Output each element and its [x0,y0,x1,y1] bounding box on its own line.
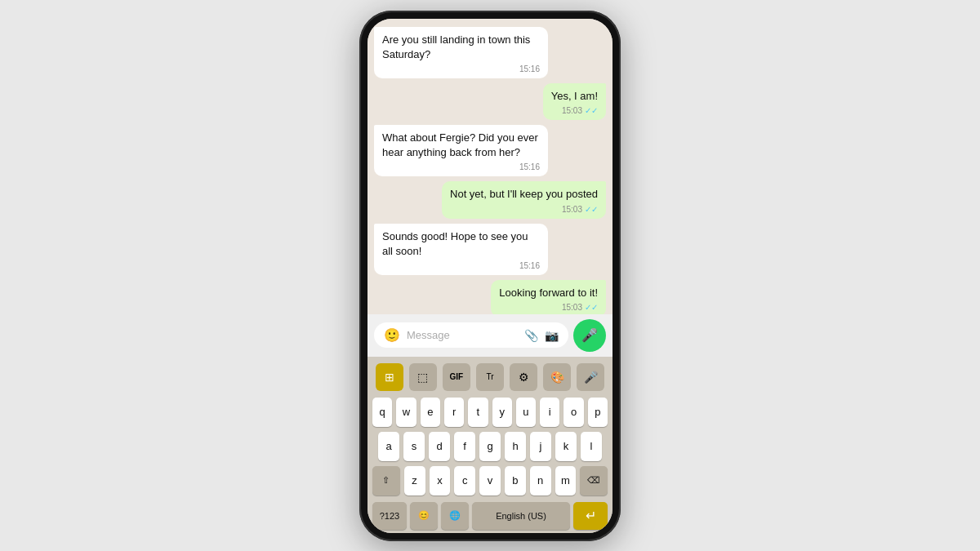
keyboard-key-e[interactable]: e [421,398,440,427]
keyboard-key-h[interactable]: h [505,432,526,461]
keyboard-key-o[interactable]: o [564,398,583,427]
message-bubble-msg6: Looking forward to it!15:03✓✓ [491,280,606,314]
keyboard-key-x[interactable]: x [430,466,451,495]
message-text-msg4: Not yet, but I'll keep you posted [450,187,598,202]
keyboard-key-z[interactable]: z [404,466,425,495]
key-row-2: asdfghjkl [372,432,608,461]
message-ticks-msg4: ✓✓ [585,204,598,216]
message-bubble-msg3: What about Fergie? Did you ever hear any… [374,125,548,176]
keyboard-grid-btn[interactable]: ⊞ [376,363,403,391]
keyboard-theme-btn[interactable]: 🎨 [543,363,571,391]
keyboard-key-t[interactable]: t [468,398,488,427]
keyboard-key-l[interactable]: l [581,432,602,461]
keyboard-globe-btn[interactable]: 🌐 [441,502,469,530]
keyboard-key-b[interactable]: b [505,466,526,495]
keyboard-key-m[interactable]: m [555,466,577,495]
chat-area: Are you still landing in town this Satur… [368,19,612,314]
phone-frame: Are you still landing in town this Satur… [359,11,621,541]
keyboard-toolbar: ⊞ ⬚ GIF Tr ⚙ 🎨 🎤 [371,360,609,394]
input-bar: 🙂 Message 📎 📷 🎤 [368,314,612,357]
keyboard: ⊞ ⬚ GIF Tr ⚙ 🎨 🎤 qwertyuiop asdfghjkl ⇧z… [368,357,612,533]
camera-icon[interactable]: 📷 [545,329,559,342]
keyboard-key-v[interactable]: v [479,466,501,495]
keyboard-key-f[interactable]: f [454,432,475,461]
keyboard-key-y[interactable]: y [492,398,512,427]
keyboard-key-i[interactable]: i [540,398,559,427]
key-row-1: qwertyuiop [372,398,608,427]
message-time-msg5: 15:16 [519,260,540,272]
keyboard-key-k[interactable]: k [555,432,577,461]
keyboard-key-p[interactable]: p [588,398,608,427]
key-row-3: ⇧zxcvbnm⌫ [372,466,608,495]
message-placeholder: Message [407,329,518,341]
keyboard-key-a[interactable]: a [378,432,399,461]
phone-screen: Are you still landing in town this Satur… [368,19,612,533]
message-time-msg2: 15:03 [562,105,582,117]
keyboard-key-r[interactable]: r [444,398,464,427]
keyboard-key-w[interactable]: w [396,398,416,427]
keyboard-emoji-btn[interactable]: 😊 [410,502,438,530]
message-input-container[interactable]: 🙂 Message 📎 📷 [374,322,568,348]
message-ticks-msg6: ✓✓ [585,302,598,313]
keyboard-sticker-btn[interactable]: ⬚ [409,363,437,391]
mic-button[interactable]: 🎤 [573,319,606,352]
message-bubble-msg5: Sounds good! Hope to see you all soon!15… [374,224,548,275]
keyboard-key-s[interactable]: s [403,432,425,461]
keyboard-key-d[interactable]: d [429,432,450,461]
keyboard-translate-btn[interactable]: Tr [476,363,504,391]
keyboard-space-btn[interactable]: English (US) [472,502,570,530]
keyboard-key-c[interactable]: c [454,466,475,495]
keyboard-settings-btn[interactable]: ⚙ [510,363,537,391]
keyboard-key-q[interactable]: q [372,398,392,427]
keyboard-shift-key[interactable]: ⇧ [372,466,400,495]
message-text-msg3: What about Fergie? Did you ever hear any… [382,131,540,160]
keyboard-key-u[interactable]: u [516,398,536,427]
keyboard-gif-btn[interactable]: GIF [443,363,470,391]
emoji-icon[interactable]: 🙂 [384,327,400,343]
keyboard-bottom: ?123 😊 🌐 English (US) ↵ [371,499,609,531]
keyboard-key-j[interactable]: j [530,432,551,461]
message-time-msg6: 15:03 [562,302,582,313]
keyboard-key-g[interactable]: g [479,432,501,461]
message-bubble-msg2: Yes, I am!15:03✓✓ [543,83,606,120]
keyboard-key-n[interactable]: n [530,466,551,495]
keyboard-enter-btn[interactable]: ↵ [573,502,608,530]
keyboard-backspace-key[interactable]: ⌫ [580,466,608,495]
message-text-msg6: Looking forward to it! [499,286,598,300]
message-bubble-msg4: Not yet, but I'll keep you posted15:03✓✓ [442,181,606,218]
message-time-msg4: 15:03 [562,204,582,216]
keyboard-rows: qwertyuiop asdfghjkl ⇧zxcvbnm⌫ [371,394,609,499]
attachment-icon[interactable]: 📎 [524,329,538,342]
keyboard-num-btn[interactable]: ?123 [372,502,407,530]
message-bubble-msg1: Are you still landing in town this Satur… [374,27,548,78]
message-ticks-msg2: ✓✓ [585,105,598,117]
keyboard-voice-btn[interactable]: 🎤 [577,363,604,391]
message-text-msg1: Are you still landing in town this Satur… [382,33,540,62]
message-time-msg1: 15:16 [519,64,540,75]
message-time-msg3: 15:16 [519,162,540,173]
message-text-msg2: Yes, I am! [551,89,598,104]
message-text-msg5: Sounds good! Hope to see you all soon! [382,229,540,259]
